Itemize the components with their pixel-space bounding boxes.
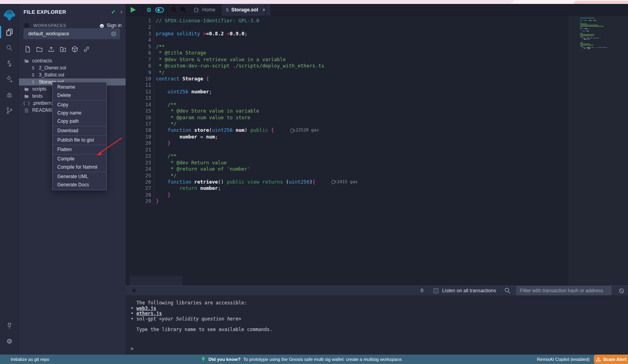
git-init-button[interactable]: Initialize as git repo <box>11 355 49 364</box>
scam-alert-button[interactable]: Scam Alert <box>594 355 628 364</box>
code-line-22[interactable]: 22 /** <box>126 153 568 159</box>
sign-in-button[interactable]: Sign in <box>99 23 122 29</box>
context-menu-item-copy-path[interactable]: Copy path <box>53 117 106 126</box>
sidebar-item-debugger[interactable] <box>0 87 19 103</box>
upload-file-icon[interactable] <box>47 46 55 53</box>
context-menu-item-compile-for-nahmii[interactable]: Compile for Nahmii <box>53 163 106 171</box>
context-menu-item-publish-file-to-gist[interactable]: Publish file to gist <box>53 136 106 144</box>
context-menu-item-compile[interactable]: Compile <box>53 155 106 163</box>
code-line-20[interactable]: 20 } <box>126 140 568 146</box>
code-line-10[interactable]: 10contract Storage { <box>126 76 568 82</box>
search-icon[interactable] <box>504 287 511 295</box>
sidebar-item-search[interactable] <box>0 40 19 56</box>
tree-item-contracts[interactable]: contracts <box>19 57 126 64</box>
terminal-output[interactable]: The following libraries are accessible:•… <box>126 295 628 355</box>
code-line-28[interactable]: 28 } <box>126 192 568 198</box>
code-line-1[interactable]: 1// SPDX-License-Identifier: GPL-3.0 <box>126 18 568 24</box>
minimap[interactable] <box>580 18 624 52</box>
hamburger-menu-icon[interactable] <box>24 22 30 29</box>
context-menu-item-download[interactable]: Download <box>53 127 106 135</box>
menu-divider <box>53 100 106 100</box>
line-number: 18 <box>126 127 151 133</box>
code-line-19[interactable]: 19 number = num; <box>126 134 568 140</box>
sidebar-item-plugin-manager[interactable] <box>0 318 19 333</box>
tree-item-3-ballot-sol[interactable]: S3_Ballot.sol <box>19 71 126 78</box>
code-line-17[interactable]: 17 */ <box>126 121 568 127</box>
code-line-16[interactable]: 16 * @param num value to store <box>126 115 568 121</box>
check-icon[interactable]: ✓ <box>111 9 116 15</box>
code-line-21[interactable]: 21 <box>126 147 568 153</box>
code-line-14[interactable]: 14 /** <box>126 102 568 108</box>
sidebar-item-file-explorer[interactable] <box>0 24 19 40</box>
clear-console-icon[interactable] <box>618 288 625 294</box>
context-menu-item-rename[interactable]: Rename <box>53 83 106 91</box>
code-line-5[interactable]: 5/** <box>126 44 568 50</box>
code-line-2[interactable]: 2 <box>126 24 568 30</box>
line-number: 5 <box>126 44 151 50</box>
remix-ide-window: FILE EXPLORER ✓ › WORKSPACES Sign in def… <box>0 0 628 364</box>
remixai-robot-icon[interactable] <box>145 4 153 16</box>
code-line-23[interactable]: 23 * @dev Return value <box>126 160 568 166</box>
transaction-filter-input[interactable] <box>516 286 612 295</box>
new-file-icon[interactable] <box>24 46 31 53</box>
sidebar-item-deploy-and-run[interactable] <box>0 71 19 87</box>
tree-item-label: 2_Owner.sol <box>39 65 66 71</box>
code-text: */ <box>153 69 165 76</box>
context-menu-item-flatten[interactable]: Flatten <box>53 146 106 154</box>
code-text: * @dev Store value in variable <box>153 108 259 114</box>
code-line-25[interactable]: 25 */ <box>126 173 568 179</box>
code-line-13[interactable]: 13 <box>126 95 568 101</box>
terminal-prompt[interactable]: > <box>131 346 133 352</box>
terminal-line: The following libraries are accessible: <box>131 300 628 306</box>
sidebar-item-settings[interactable] <box>0 333 19 349</box>
sidebar-item-git[interactable] <box>0 103 19 118</box>
code-line-12[interactable]: 12 uint256 number; <box>126 89 568 95</box>
workspace-select[interactable]: default_workspace <box>24 28 120 39</box>
context-menu-item-copy-name[interactable]: Copy name <box>53 109 106 117</box>
code-line-8[interactable]: 8 * @custom:dev-run-script ./scripts/dep… <box>126 63 568 69</box>
code-line-9[interactable]: 9 */ <box>126 69 568 76</box>
line-number: 25 <box>126 173 151 179</box>
chevron-right-icon[interactable]: › <box>120 10 122 14</box>
code-line-29[interactable]: 29} <box>126 198 568 204</box>
code-line-4[interactable]: 4 <box>126 37 568 43</box>
zoom-out-icon[interactable] <box>170 4 177 16</box>
code-line-3[interactable]: 3pragma solidity >=0.8.2 <0.9.0; <box>126 31 568 37</box>
tree-item-2-owner-sol[interactable]: S2_Owner.sol <box>19 64 126 71</box>
code-line-11[interactable]: 11 <box>126 82 568 88</box>
import-url-icon[interactable] <box>83 46 90 53</box>
code-line-18[interactable]: 18 function store(uint256 num) public {2… <box>126 127 568 133</box>
import-ipfs-icon[interactable] <box>71 46 78 53</box>
tab-storage-sol[interactable]: S Storage.sol × <box>221 4 270 16</box>
sidebar-item-solidity-compiler[interactable] <box>0 56 19 71</box>
code-line-24[interactable]: 24 * @return value of 'number' <box>126 166 568 172</box>
copilot-toggle-icon[interactable] <box>155 4 164 16</box>
code-text: /** <box>153 102 177 108</box>
gas-pump-icon <box>290 129 294 133</box>
code-line-7[interactable]: 7 * @dev Store & retrieve value in a var… <box>126 56 568 63</box>
context-menu-item-copy[interactable]: Copy <box>53 101 106 109</box>
terminal-link[interactable]: web3.js <box>136 306 156 311</box>
editor-tabbar: Home S Storage.sol × <box>126 4 628 16</box>
code-line-27[interactable]: 27 return number; <box>126 185 568 191</box>
code-line-6[interactable]: 6 * @title Storage <box>126 50 568 56</box>
context-menu-item-generate-uml[interactable]: Generate UML <box>53 173 106 181</box>
code-line-26[interactable]: 26 function retrieve() public view retur… <box>126 179 568 185</box>
code-editor[interactable]: 1// SPDX-License-Identifier: GPL-3.023pr… <box>126 16 628 286</box>
upload-folder-icon[interactable] <box>59 46 67 53</box>
listen-checkbox[interactable] <box>433 288 438 293</box>
new-folder-icon[interactable] <box>36 46 43 53</box>
copilot-status[interactable]: RemixAI Copilot (enabled) <box>537 357 590 362</box>
workspace-updown-icon <box>110 31 117 37</box>
terminal-header: 0 Listen on all transactions <box>126 286 628 295</box>
remix-logo-icon[interactable] <box>0 6 19 24</box>
terminal-link[interactable]: ethers.js <box>136 311 162 316</box>
run-script-button[interactable] <box>131 4 136 16</box>
code-line-15[interactable]: 15 * @dev Store value in variable <box>126 108 568 114</box>
context-menu-item-delete[interactable]: Delete <box>53 91 106 100</box>
expand-terminal-icon[interactable] <box>131 288 137 294</box>
line-number: 4 <box>126 37 151 43</box>
zoom-in-icon[interactable] <box>180 4 187 16</box>
tab-home[interactable]: Home <box>188 4 220 16</box>
context-menu-item-generate-docs[interactable]: Generate Docs <box>53 181 106 189</box>
